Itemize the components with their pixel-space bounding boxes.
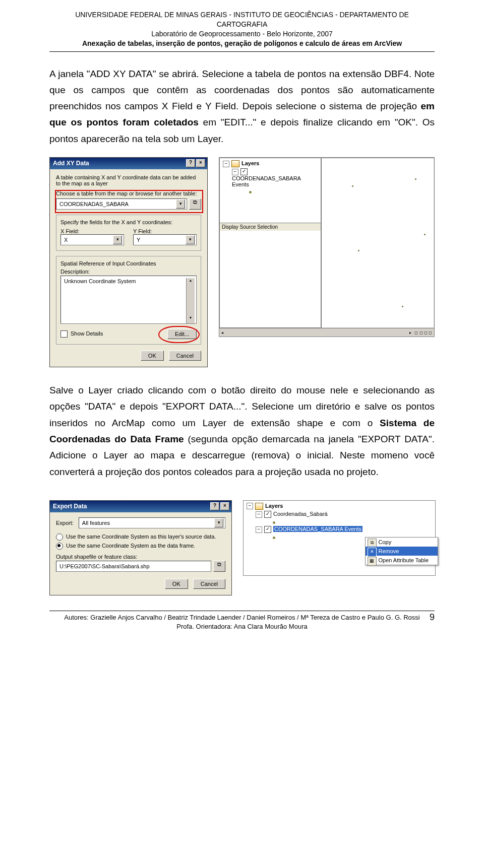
xfield-value: X — [64, 237, 68, 243]
edit-button-label: Edit... — [175, 331, 189, 337]
show-details-check[interactable]: Show Details — [60, 330, 103, 338]
map-canvas[interactable] — [321, 158, 434, 328]
dropdown-arrow-icon[interactable]: ▾ — [113, 235, 122, 244]
toc-layer-item-selected[interactable]: −✓COORDENADAS_SABARA Events — [247, 526, 432, 533]
layer-visibility-check[interactable]: ✓ — [264, 511, 271, 518]
copy-label: Copy — [379, 539, 392, 545]
toc2-layer2-label: COORDENADAS_SABARA Events — [273, 526, 362, 532]
footer-advisor: Profa. Orientadora: Ana Clara Mourão Mou… — [49, 622, 435, 631]
cs-option-2[interactable]: Use the same Coordinate System as the da… — [56, 543, 225, 550]
layer-visibility-check[interactable]: ✓ — [264, 526, 271, 533]
open-table-label: Open Attribute Table — [379, 557, 429, 563]
cs-option1-label: Use the same Coordinate System as this l… — [66, 533, 216, 540]
folder-open-icon: ⧉ — [217, 561, 221, 567]
tree-collapse-icon[interactable]: − — [247, 503, 253, 509]
map-h-scrollbar[interactable]: ◂▸ ◻ ◻ ◻ ◻ — [219, 328, 434, 337]
export-title: Export Data — [53, 503, 87, 510]
radio-icon — [56, 533, 63, 541]
output-path-value: U:\PEG2007\SC-Sabara\Sabará.shp — [59, 563, 150, 569]
toc-panel: −Layers −✓COORDENADAS_SABARA Events Disp… — [219, 158, 321, 328]
cancel-button[interactable]: Cancel — [169, 351, 201, 361]
tree-collapse-icon[interactable]: − — [256, 526, 262, 533]
header-line1: UNIVERSIDADE FEDERAL DE MINAS GERAIS - I… — [49, 10, 435, 29]
yfield-combo[interactable]: Y ▾ — [133, 234, 197, 245]
choose-table-label: Choose a table from the map or browse fo… — [56, 190, 201, 196]
close-button[interactable]: × — [220, 502, 229, 510]
ok-button[interactable]: OK — [141, 351, 164, 361]
toc-layers-root[interactable]: −Layers — [247, 503, 432, 510]
close-button[interactable]: × — [196, 159, 205, 167]
ok-label: OK — [148, 353, 156, 359]
folder-open-icon: ⧉ — [193, 199, 197, 205]
header-line3: Anexação de tabelas, inserção de pontos,… — [49, 39, 435, 48]
toc-panel-2: −Layers −✓Coordenadas_Sabará −✓COORDENAD… — [243, 500, 436, 576]
export-field-label: Export: — [56, 520, 74, 526]
toc2-layer1-label: Coordenadas_Sabará — [273, 511, 328, 517]
show-details-label: Show Details — [71, 330, 103, 337]
specify-fields-label: Specify the fields for the X and Y coord… — [60, 219, 197, 225]
tree-collapse-icon[interactable]: − — [223, 161, 229, 167]
browse-output-button[interactable]: ⧉ — [213, 561, 225, 572]
export-combo[interactable]: All features ▾ — [79, 517, 225, 528]
p1-seg1: A janela "ADD XY DATA" se abrirá. Seleci… — [49, 69, 435, 112]
cancel-label: Cancel — [201, 581, 218, 587]
layers-icon — [231, 160, 239, 167]
xfield-combo[interactable]: X ▾ — [60, 234, 124, 245]
sref-label: Spatial Reference of Input Coordinates — [60, 260, 197, 266]
dropdown-arrow-icon[interactable]: ▾ — [176, 199, 185, 209]
output-path-input[interactable]: U:\PEG2007\SC-Sabara\Sabará.shp — [56, 561, 211, 572]
menu-item-open-table[interactable]: ▦ Open Attribute Table — [366, 556, 438, 565]
point-symbol-icon — [273, 537, 275, 539]
table-icon: ▦ — [368, 557, 377, 566]
toc2-layers-label: Layers — [265, 503, 283, 509]
ok-button[interactable]: OK — [165, 579, 188, 589]
export-data-dialog: Export Data ? × Export: All features ▾ U… — [49, 500, 232, 595]
add-xy-desc: A table containing X and Y coordinate da… — [56, 174, 201, 186]
menu-item-remove[interactable]: ✕ Remove — [366, 547, 438, 556]
cancel-button[interactable]: Cancel — [193, 579, 225, 589]
toc-tabs[interactable]: Display Source Selection — [220, 223, 321, 231]
tree-collapse-icon[interactable]: − — [232, 169, 238, 175]
checkbox-icon — [60, 330, 68, 338]
cs-option2-label: Use the same Coordinate System as the da… — [66, 543, 195, 549]
add-xy-data-dialog: Add XY Data ? × A table containing X and… — [49, 157, 208, 367]
table-combo-value: COORDENADAS_SABARA — [59, 201, 129, 207]
point-symbol-icon — [273, 521, 275, 524]
export-combo-value: All features — [82, 520, 110, 526]
context-menu: ⧉ Copy ✕ Remove ▦ Open Attribute Table — [365, 537, 438, 565]
desc-label: Description: — [60, 269, 197, 275]
dropdown-arrow-icon[interactable]: ▾ — [186, 235, 195, 244]
toc-layer1-label: COORDENADAS_SABARA Events — [232, 175, 300, 187]
paragraph-1: A janela "ADD XY DATA" se abrirá. Seleci… — [49, 66, 435, 147]
cancel-label: Cancel — [176, 353, 194, 359]
output-label: Output shapefile or feature class: — [56, 554, 225, 560]
remove-label: Remove — [379, 548, 399, 554]
footer-authors: Autores: Grazielle Anjos Carvalho / Beat… — [49, 613, 435, 622]
header-rule — [49, 51, 435, 52]
edit-button[interactable]: Edit... — [167, 329, 197, 339]
scrollbar[interactable]: ▴▾ — [186, 278, 195, 323]
ok-label: OK — [172, 581, 180, 587]
footer-rule — [49, 611, 435, 611]
tree-collapse-icon[interactable]: − — [256, 511, 262, 518]
point-symbol-icon — [249, 191, 252, 193]
toc-layers-label: Layers — [241, 160, 259, 166]
page-number: 9 — [430, 611, 435, 623]
toc-layer-item[interactable]: −✓Coordenadas_Sabará — [247, 511, 432, 518]
paragraph-2: Salve o Layer criado clicando com o botã… — [49, 382, 435, 480]
layers-icon — [255, 503, 263, 510]
help-button[interactable]: ? — [210, 502, 219, 510]
xfield-label: X Field: — [60, 228, 124, 234]
layer-visibility-check[interactable]: ✓ — [240, 168, 248, 175]
sref-desc-box: Unknown Coordinate System ▴▾ — [60, 276, 197, 324]
browse-button[interactable]: ⧉ — [189, 198, 201, 210]
dropdown-arrow-icon[interactable]: ▾ — [214, 518, 223, 527]
toc-layer-item[interactable]: −✓COORDENADAS_SABARA Events — [223, 168, 318, 187]
help-button[interactable]: ? — [186, 159, 195, 167]
toc-layers-root[interactable]: −Layers — [223, 160, 318, 167]
menu-item-copy[interactable]: ⧉ Copy — [366, 538, 438, 547]
header-line2: Laboratório de Geoprocessamento - Belo H… — [49, 29, 435, 39]
cs-option-1[interactable]: Use the same Coordinate System as this l… — [56, 533, 225, 541]
yfield-label: Y Field: — [133, 228, 197, 234]
table-combo[interactable]: COORDENADAS_SABARA ▾ — [56, 198, 187, 210]
